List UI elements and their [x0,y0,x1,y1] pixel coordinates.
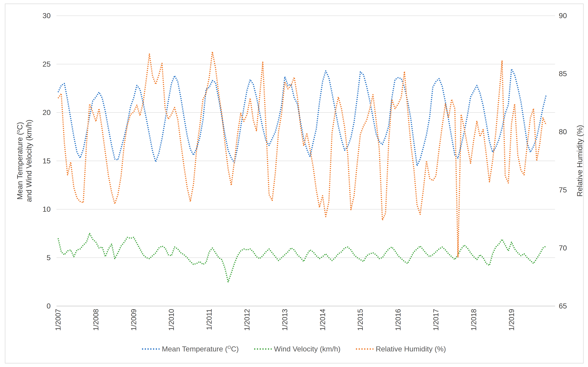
x-axis-tick-label: 1/2018 [470,309,478,339]
right-axis-tick-label: 90 [559,11,588,20]
legend-label-humidity: Relative Humidity (%) [376,345,446,353]
x-axis-tick-label: 1/2017 [432,309,440,339]
left-axis-title-pre: Mean Temperature ( [16,133,24,200]
x-axis-tick-label: 1/2012 [243,309,251,339]
x-axis-tick-label: 1/2011 [205,309,213,339]
legend: Mean Temperature (OC) Wind Velocity (km/… [0,343,588,355]
chart-canvas: 051015202530 657075808590 1/20071/20081/… [0,0,588,367]
left-axis-title-line1: Mean Temperature (oC) [15,64,24,258]
x-axis-tick-label: 1/2015 [356,309,364,339]
left-axis-tick-label: 0 [15,302,51,310]
temperature-dotted-line-swatch [142,348,160,350]
right-axis-title: Relative Humidity (%) [575,88,584,234]
x-axis-tick-label: 1/2019 [508,309,516,339]
x-axis-tick-label: 1/2008 [92,309,100,339]
wind-dotted-line-swatch [254,348,272,350]
left-axis-title-sup: o [15,130,21,133]
left-axis-title-post: C) [16,122,24,130]
x-axis-tick-label: 1/2016 [394,309,402,339]
legend-item-wind: Wind Velocity (km/h) [254,345,340,353]
right-axis-tick-label: 70 [559,244,588,252]
left-axis-tick-label: 30 [15,11,51,20]
legend-label-wind: Wind Velocity (km/h) [274,345,340,353]
x-axis-tick-label: 1/2009 [130,309,138,339]
x-axis-tick-label: 1/2007 [54,309,62,339]
series-temperature-line [58,69,546,166]
x-axis-tick-label: 1/2013 [281,309,289,339]
x-axis-tick-label: 1/2014 [319,309,327,339]
right-axis-tick-label: 85 [559,70,588,78]
plot-area [0,0,588,367]
legend-label-temperature: Mean Temperature (OC) [162,345,239,353]
humidity-dotted-line-swatch [356,348,373,350]
right-axis-tick-label: 65 [559,302,588,310]
left-axis-title-line2: and Wind Velocity (km/h) [24,64,34,258]
legend-item-humidity: Relative Humidity (%) [356,345,446,353]
series-humidity-line [58,52,546,257]
legend-item-temperature: Mean Temperature (OC) [142,345,239,353]
x-axis-tick-label: 1/2010 [167,309,175,339]
